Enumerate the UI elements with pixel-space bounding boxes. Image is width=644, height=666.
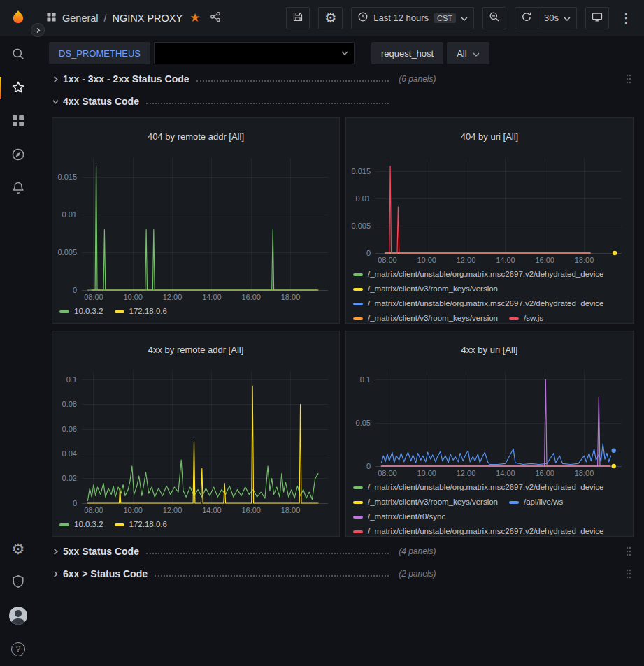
bell-icon [11, 181, 25, 197]
chart-404-by-remote-addr[interactable]: 08:0010:0012:0014:0016:0018:0000.0050.01… [54, 152, 336, 303]
legend-item[interactable]: /_matrix/client/unstable/org.matrix.msc2… [353, 480, 604, 495]
panel-title[interactable]: 404 by remote addr [All] [52, 126, 339, 143]
svg-text:16:00: 16:00 [241, 293, 261, 301]
user-avatar [9, 607, 27, 625]
time-series-plot[interactable]: 08:0010:0012:0014:0016:0018:0000.0050.01… [54, 152, 336, 303]
time-range-picker[interactable]: Last 12 hours CST [351, 7, 474, 29]
svg-text:08:00: 08:00 [378, 469, 397, 477]
legend-item[interactable]: 10.0.3.2 [59, 517, 103, 532]
sidebar-item-alerting[interactable] [0, 172, 36, 205]
sidebar-item-profile[interactable] [0, 599, 36, 632]
top-navigation-bar: General / NGINX PROXY ★ ⚙ Last 12 hours … [0, 0, 644, 36]
save-floppy-icon [292, 11, 303, 24]
svg-text:18:00: 18:00 [575, 256, 594, 264]
svg-text:18:00: 18:00 [281, 293, 301, 301]
legend-item[interactable]: /api/live/ws [509, 495, 563, 509]
breadcrumb-dashboard-title[interactable]: NGINX PROXY [112, 13, 183, 24]
favorite-star-icon[interactable]: ★ [189, 12, 200, 24]
chevron-down-icon [336, 51, 354, 55]
sidebar-item-dashboards[interactable] [0, 105, 36, 138]
svg-text:0.01: 0.01 [356, 194, 371, 202]
datasource-variable-group: DS_PROMETHEUS [49, 42, 355, 64]
legend-row: 10.0.3.2172.18.0.6 [59, 517, 334, 532]
sidebar-bottom-group: ⚙ ? [0, 532, 36, 666]
zoom-out-button[interactable] [482, 7, 506, 29]
svg-text:08:00: 08:00 [378, 256, 397, 264]
series-color-swatch [353, 530, 363, 533]
panel-row-1: 404 by remote addr [All] 08:0010:0012:00… [49, 117, 634, 324]
legend-item[interactable]: /sw.js [509, 311, 543, 323]
legend-item[interactable]: 10.0.3.2 [59, 304, 103, 319]
save-dashboard-button[interactable] [286, 7, 310, 29]
refresh-interval-dropdown[interactable]: 30s [538, 7, 577, 29]
chevron-right-icon [49, 570, 62, 578]
legend-item[interactable]: /_matrix/client/r0/sync [353, 509, 445, 524]
series-color-swatch [353, 501, 363, 504]
panel-title[interactable]: 4xx by remote addr [All] [52, 339, 339, 356]
legend-item[interactable]: /_matrix/client/v3/room_keys/version [353, 282, 498, 296]
row-panel-count: (6 panels) [399, 74, 436, 84]
sidebar-expand-button[interactable] [31, 23, 45, 37]
svg-text:14:00: 14:00 [496, 256, 515, 264]
chart-4xx-by-remote-addr[interactable]: 08:0010:0012:0014:0016:0018:0000.020.040… [54, 365, 336, 516]
drag-handle-icon[interactable] [625, 73, 634, 85]
breadcrumb-separator: / [104, 13, 107, 24]
sidebar-item-search[interactable] [0, 38, 36, 71]
sidebar-item-configuration[interactable]: ⚙ [0, 532, 36, 565]
legend-item[interactable]: /_matrix/client/v3/room_keys/version [353, 495, 498, 509]
dashboard-row-4xx[interactable]: 4xx Status Code [49, 92, 634, 110]
dashboard-row-6xx[interactable]: 6xx > Status Code (2 panels) [49, 565, 634, 583]
panel-title[interactable]: 4xx by uri [All] [346, 339, 633, 356]
svg-text:18:00: 18:00 [281, 506, 301, 514]
legend-item[interactable]: /_matrix/client/unstable/org.matrix.msc2… [353, 267, 604, 282]
svg-text:0.005: 0.005 [57, 247, 77, 256]
panel-title[interactable]: 404 by uri [All] [346, 126, 633, 143]
gear-icon: ⚙ [324, 11, 336, 24]
datasource-variable[interactable]: DS_PROMETHEUS [49, 42, 150, 64]
time-series-plot[interactable]: 08:0010:0012:0014:0016:0018:0000.050.1 [348, 365, 630, 479]
legend-item[interactable]: 172.18.0.6 [115, 517, 167, 532]
chart-4xx-by-uri[interactable]: 08:0010:0012:0014:0016:0018:0000.050.1 [348, 365, 630, 479]
cycle-view-mode-button[interactable] [585, 7, 609, 29]
legend-item[interactable]: /_matrix/client/v3/room_keys/version [353, 311, 498, 323]
legend-row: 10.0.3.2172.18.0.6 [59, 304, 334, 319]
chart-404-by-uri[interactable]: 08:0010:0012:0014:0016:0018:0000.0050.01… [348, 152, 630, 266]
legend-item[interactable]: /_matrix/client/unstable/org.matrix.msc2… [353, 296, 604, 311]
drag-handle-icon[interactable] [625, 568, 634, 579]
dashboards-grid-icon [11, 114, 25, 130]
request-host-label: request_host [371, 42, 443, 64]
sidebar-item-server-admin[interactable] [0, 565, 36, 599]
search-icon [11, 47, 25, 63]
breadcrumb-section[interactable]: General [62, 13, 99, 24]
host-variable-select[interactable] [154, 42, 355, 64]
row-leader-dots [146, 553, 389, 554]
share-dashboard-button[interactable] [210, 11, 221, 24]
series-color-swatch [353, 288, 363, 291]
variables-bar: DS_PROMETHEUS request_host All [49, 42, 634, 64]
time-range-label: Last 12 hours [373, 13, 429, 23]
sidebar-item-help[interactable]: ? [0, 632, 36, 666]
time-series-plot[interactable]: 08:0010:0012:0014:0016:0018:0000.0050.01… [348, 152, 630, 266]
dashboard-settings-button[interactable]: ⚙ [318, 7, 343, 29]
legend-row: /_matrix/client/v3/room_keys/version/api… [353, 495, 627, 509]
refresh-button[interactable] [515, 7, 538, 29]
legend-item[interactable]: /_matrix/client/unstable/org.matrix.msc2… [353, 524, 604, 536]
series-color-swatch [115, 523, 124, 526]
series-color-swatch [353, 516, 363, 519]
svg-text:0: 0 [366, 461, 371, 470]
kebab-menu-button[interactable]: ⋮ [617, 7, 634, 29]
legend-row: /_matrix/client/unstable/org.matrix.msc2… [353, 267, 627, 282]
request-host-value-dropdown[interactable]: All [447, 42, 489, 64]
panel-legend: /_matrix/client/unstable/org.matrix.msc2… [346, 479, 633, 536]
chevron-down-icon [564, 13, 571, 23]
row-title: 6xx > Status Code [63, 568, 148, 579]
sidebar-item-starred[interactable] [0, 71, 36, 105]
refresh-icon [521, 11, 532, 24]
legend-item[interactable]: 172.18.0.6 [115, 304, 167, 319]
drag-handle-icon[interactable] [625, 546, 634, 557]
dashboard-row-1xx-3xx-2xx[interactable]: 1xx - 3xx - 2xx Status Code (6 panels) [49, 70, 634, 88]
time-series-plot[interactable]: 08:0010:0012:0014:0016:0018:0000.020.040… [54, 365, 336, 516]
svg-text:16:00: 16:00 [241, 506, 261, 514]
sidebar-item-explore[interactable] [0, 138, 36, 172]
dashboard-row-5xx[interactable]: 5xx Status Code (4 panels) [49, 542, 634, 560]
